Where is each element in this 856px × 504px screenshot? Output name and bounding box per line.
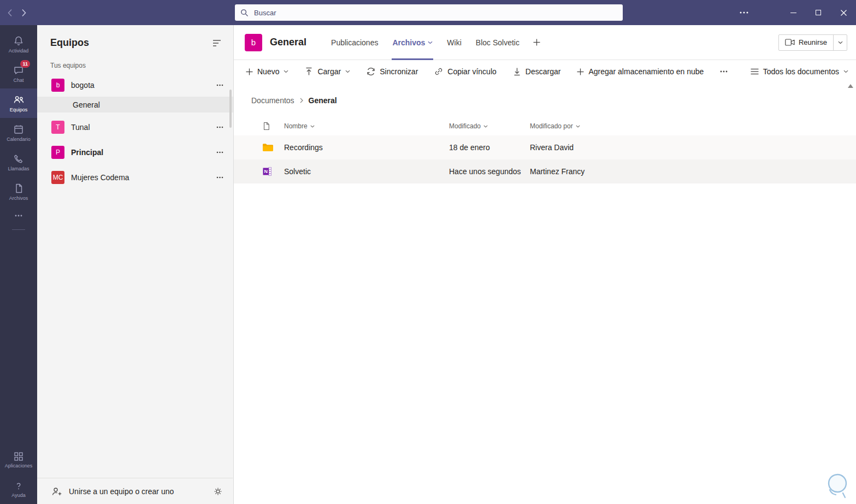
- sync-icon: [367, 67, 375, 76]
- sidebar-scrollbar[interactable]: [229, 90, 232, 128]
- rail-item-equipos[interactable]: Equipos: [0, 88, 37, 118]
- minimize-button[interactable]: [781, 0, 806, 25]
- download-button[interactable]: Descargar: [505, 63, 569, 80]
- more-options-icon[interactable]: [216, 126, 223, 128]
- file-modified-by: Martinez Francy: [530, 167, 856, 176]
- tab-label: Publicaciones: [331, 38, 378, 47]
- tab-archivos[interactable]: Archivos: [385, 25, 440, 60]
- view-selector[interactable]: Todos los documentos: [745, 67, 851, 76]
- more-options-icon[interactable]: [216, 151, 223, 153]
- team-avatar: T: [51, 121, 64, 134]
- gear-icon[interactable]: [213, 487, 223, 496]
- channel-name: General: [73, 100, 100, 109]
- view-selector-label: Todos los documentos: [763, 67, 839, 76]
- file-modified: Hace unos segundos: [449, 167, 530, 176]
- file-name[interactable]: Recordings: [284, 143, 449, 152]
- main-content: b General Publicaciones Archivos Wiki Bl…: [234, 25, 856, 504]
- chevron-down-icon: [310, 125, 315, 128]
- meet-dropdown-icon[interactable]: [833, 35, 847, 50]
- team-row-principal[interactable]: P Principal: [37, 142, 233, 163]
- more-options-icon[interactable]: [216, 84, 223, 86]
- scrollbar-up-arrow[interactable]: [848, 84, 853, 88]
- upload-button[interactable]: Cargar: [297, 63, 358, 80]
- section-label: Tus equipos: [37, 58, 233, 75]
- new-label: Nuevo: [257, 67, 279, 76]
- rail-label: Chat: [13, 78, 23, 83]
- sync-button[interactable]: Sincronizar: [358, 63, 426, 80]
- file-row-solvetic[interactable]: N Solvetic Hace unos segundos Martinez F…: [234, 159, 856, 183]
- join-team-link[interactable]: Unirse a un equipo o crear uno: [69, 487, 174, 496]
- team-name: Tunal: [71, 123, 90, 132]
- rail-item-chat[interactable]: 11 Chat: [0, 59, 37, 88]
- tab-label: Bloc Solvetic: [476, 38, 519, 47]
- file-name[interactable]: Solvetic: [284, 167, 449, 176]
- tab-label: Archivos: [392, 38, 425, 47]
- rail-item-llamadas[interactable]: Llamadas: [0, 147, 37, 177]
- file-row-recordings[interactable]: Recordings 18 de enero Rivera David: [234, 135, 856, 159]
- rail-label: Equipos: [10, 108, 28, 112]
- team-row-mujeres-codema[interactable]: MC Mujeres Codema: [37, 167, 233, 188]
- download-label: Descargar: [526, 67, 561, 76]
- copy-link-button[interactable]: Copiar vínculo: [426, 63, 505, 80]
- channel-header: b General Publicaciones Archivos Wiki Bl…: [234, 25, 856, 60]
- maximize-button[interactable]: [806, 0, 831, 25]
- tab-wiki[interactable]: Wiki: [440, 25, 468, 60]
- breadcrumb-documentos[interactable]: Documentos: [251, 96, 294, 105]
- channel-title: General: [270, 37, 306, 48]
- breadcrumb-current: General: [309, 96, 337, 105]
- tab-label: Wiki: [447, 38, 461, 47]
- tab-publicaciones[interactable]: Publicaciones: [324, 25, 385, 60]
- file-type-column-icon[interactable]: [262, 122, 284, 131]
- list-view-icon: [751, 68, 759, 75]
- team-name: bogota: [71, 81, 95, 90]
- team-name: Mujeres Codema: [71, 173, 129, 182]
- teams-sidebar: Equipos Tus equipos b bogota General T T…: [37, 25, 234, 504]
- rail-item-ayuda[interactable]: Ayuda: [0, 475, 37, 504]
- titlebar-more-icon[interactable]: [730, 0, 758, 25]
- filter-icon[interactable]: [212, 39, 221, 47]
- column-modificado-por[interactable]: Modificado por: [530, 122, 856, 130]
- chevron-down-icon: [483, 125, 488, 128]
- toolbar-overflow-icon[interactable]: [712, 63, 736, 80]
- channel-row-general[interactable]: General: [37, 97, 233, 112]
- search-icon: [240, 9, 249, 17]
- new-button[interactable]: Nuevo: [246, 63, 297, 80]
- rail-item-archivos[interactable]: Archivos: [0, 177, 37, 206]
- calendar-icon: [13, 124, 24, 135]
- team-avatar: b: [51, 79, 64, 92]
- team-row-bogota[interactable]: b bogota: [37, 75, 233, 96]
- sync-label: Sincronizar: [380, 67, 418, 76]
- file-modified-by: Rivera David: [530, 143, 856, 152]
- add-cloud-storage-button[interactable]: Agregar almacenamiento en nube: [569, 63, 712, 80]
- chevron-down-icon: [345, 70, 350, 73]
- rail-item-aplicaciones[interactable]: Aplicaciones: [0, 445, 37, 475]
- close-button[interactable]: [831, 0, 856, 25]
- column-nombre[interactable]: Nombre: [284, 122, 449, 130]
- tab-bloc-solvetic[interactable]: Bloc Solvetic: [469, 25, 527, 60]
- rail-item-calendario[interactable]: Calendario: [0, 118, 37, 147]
- chevron-down-icon: [576, 125, 580, 128]
- phone-icon: [13, 153, 24, 164]
- search-input[interactable]: [253, 8, 617, 17]
- forward-icon[interactable]: [21, 9, 26, 17]
- back-icon[interactable]: [8, 9, 13, 17]
- add-tab-icon[interactable]: [527, 39, 547, 46]
- camera-icon: [785, 39, 795, 46]
- file-modified: 18 de enero: [449, 143, 530, 152]
- more-options-icon[interactable]: [216, 176, 223, 179]
- files-header-row: Nombre Modificado Modificado por: [234, 117, 856, 135]
- column-modificado[interactable]: Modificado: [449, 122, 530, 130]
- search-bar[interactable]: [235, 4, 623, 21]
- meet-now-button[interactable]: Reunirse: [779, 35, 833, 50]
- rail-divider: [12, 229, 25, 230]
- team-row-tunal[interactable]: T Tunal: [37, 117, 233, 138]
- plus-icon: [577, 68, 584, 75]
- rail-more-icon[interactable]: [0, 206, 37, 225]
- app-rail: Actividad 11 Chat Equipos Calendario Lla…: [0, 25, 37, 504]
- teams-people-icon: [13, 94, 25, 105]
- team-name: Principal: [71, 148, 103, 157]
- chevron-right-icon: [300, 98, 303, 103]
- rail-label: Aplicaciones: [5, 464, 33, 469]
- rail-label: Llamadas: [8, 167, 29, 171]
- rail-item-actividad[interactable]: Actividad: [0, 29, 37, 59]
